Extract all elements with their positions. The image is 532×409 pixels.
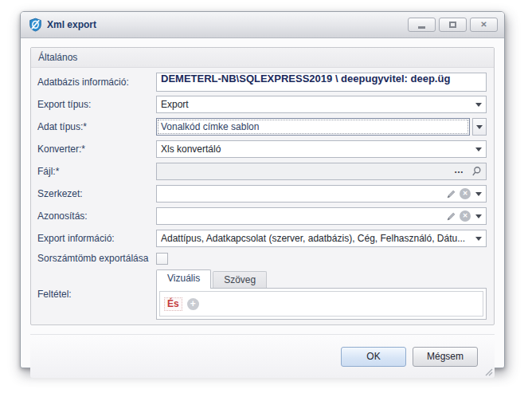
row-structure: Szerkezet: ✕	[37, 185, 487, 203]
search-button[interactable]	[471, 166, 482, 177]
groupbox-header: Általános	[31, 48, 494, 68]
row-export-info: Export információ: Adattípus, Adatkapcso…	[37, 230, 487, 247]
search-icon	[471, 166, 482, 177]
minimize-icon	[418, 26, 425, 29]
row-export-type: Export típus: Export	[37, 96, 487, 113]
dropdown-arrow-icon[interactable]	[475, 192, 482, 196]
data-type-dropdown-button[interactable]	[472, 118, 487, 136]
dropdown-arrow-icon[interactable]	[475, 147, 482, 151]
export-info-combo[interactable]: Adattípus, Adatkapcsolat (szerver, adatb…	[156, 230, 487, 247]
ok-button[interactable]: OK	[341, 347, 406, 367]
row-data-type: Adat típus:* Vonalkód címke sablon	[37, 118, 487, 136]
row-serial-export: Sorszámtömb exportálása	[37, 252, 487, 265]
structure-field[interactable]: ✕	[156, 185, 487, 203]
db-info-label: Adatbázis információ:	[37, 77, 156, 88]
dialog-body: Általános Adatbázis információ: DEMETERL…	[21, 38, 504, 378]
file-field[interactable]: …	[156, 163, 487, 180]
groupbox-body: Adatbázis információ: DEMETERL-NB\SQLEXP…	[31, 68, 494, 320]
export-info-label: Export információ:	[37, 233, 156, 244]
operator-and[interactable]: És	[164, 297, 182, 311]
titlebar[interactable]: Xml export ✕	[21, 12, 504, 38]
serial-export-checkbox[interactable]	[156, 253, 168, 265]
condition-label: Feltétel:	[37, 289, 156, 300]
export-info-value: Adattípus, Adatkapcsolat (szerver, adatb…	[161, 233, 471, 244]
groupbox-title: Általános	[38, 52, 77, 63]
condition-editor[interactable]: És +	[159, 291, 483, 317]
serial-export-label: Sorszámtömb exportálása	[37, 253, 156, 264]
clear-icon: ✕	[460, 210, 471, 222]
identification-field[interactable]: ✕	[156, 207, 487, 225]
dropdown-arrow-icon[interactable]	[475, 103, 482, 107]
row-converter: Konverter:* Xls konvertáló	[37, 140, 487, 158]
clear-button[interactable]: ✕	[460, 188, 471, 199]
condition-tabpage: És +	[156, 288, 487, 320]
db-info-value: DEMETERL-NB\SQLEXPRESS2019 \ deepugyvite…	[161, 73, 482, 92]
row-identification: Azonosítás: ✕	[37, 207, 487, 225]
identification-label: Azonosítás:	[37, 210, 156, 222]
condition-tabstrip: Vizuális Szöveg	[156, 269, 487, 288]
export-type-combo[interactable]: Export	[156, 96, 487, 113]
dropdown-arrow-icon	[476, 125, 483, 129]
row-file: Fájl:* …	[37, 163, 487, 180]
export-type-label: Export típus:	[37, 99, 156, 110]
tab-vizualis[interactable]: Vizuális	[156, 269, 211, 289]
converter-label: Konverter:*	[37, 144, 156, 155]
data-type-value[interactable]: Vonalkód címke sablon	[156, 118, 470, 136]
tab-szoveg[interactable]: Szöveg	[213, 271, 267, 288]
maximize-button[interactable]	[439, 18, 467, 32]
resize-grip[interactable]	[483, 367, 493, 376]
db-info-field[interactable]: DEMETERL-NB\SQLEXPRESS2019 \ deepugyvite…	[156, 73, 487, 92]
dropdown-arrow-icon[interactable]	[475, 237, 482, 241]
file-label: Fájl:*	[37, 166, 156, 177]
browse-ellipsis-button[interactable]: …	[454, 164, 464, 175]
converter-value: Xls konvertáló	[161, 144, 471, 155]
pencil-icon	[446, 211, 456, 222]
export-type-value: Export	[161, 99, 471, 110]
structure-label: Szerkezet:	[37, 188, 156, 199]
close-button[interactable]: ✕	[470, 18, 498, 32]
data-type-label: Adat típus:*	[37, 121, 156, 132]
edit-button[interactable]	[446, 211, 456, 222]
cancel-button[interactable]: Mégsem	[413, 347, 478, 367]
maximize-icon	[449, 22, 456, 28]
clear-button[interactable]: ✕	[460, 210, 471, 222]
window-title: Xml export	[47, 19, 96, 30]
minimize-button[interactable]	[408, 18, 436, 32]
app-logo-shield-icon	[29, 18, 42, 32]
converter-combo[interactable]: Xls konvertáló	[156, 140, 487, 158]
close-icon: ✕	[480, 21, 487, 29]
edit-button[interactable]	[446, 189, 456, 199]
row-condition: Feltétel: Vizuális Szöveg És +	[37, 269, 487, 320]
dropdown-arrow-icon[interactable]	[475, 214, 482, 218]
add-condition-icon[interactable]: +	[187, 298, 199, 310]
clear-icon: ✕	[460, 188, 471, 199]
general-groupbox: Általános Adatbázis információ: DEMETERL…	[30, 47, 495, 325]
data-type-combo[interactable]: Vonalkód címke sablon	[156, 118, 487, 136]
row-db-info: Adatbázis információ: DEMETERL-NB\SQLEXP…	[37, 73, 487, 91]
pencil-icon	[446, 189, 456, 199]
xml-export-dialog: Xml export ✕ Általános Adatbázis informá…	[20, 11, 505, 368]
footer: OK Mégsem	[30, 334, 495, 378]
